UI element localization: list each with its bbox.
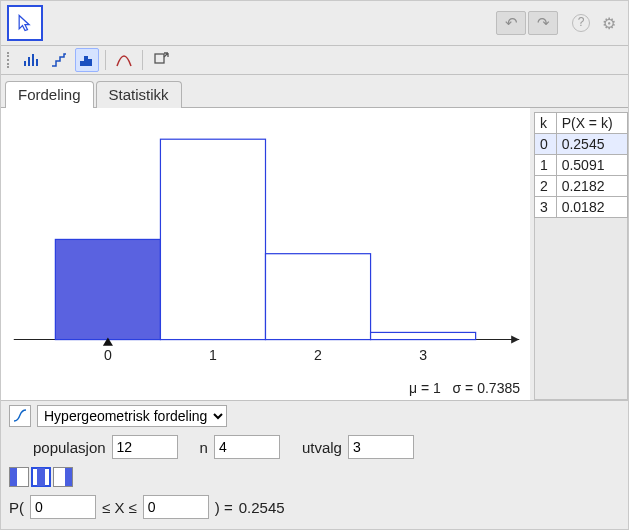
undo-icon: ↶ [505,14,518,32]
normal-overlay-mode[interactable] [112,48,136,72]
table-empty-area [534,218,628,400]
histogram-mode[interactable] [75,48,99,72]
sample-input[interactable] [348,435,414,459]
distribution-graph-icon[interactable] [9,405,31,427]
view-toolbar [1,46,628,75]
lower-bound-input[interactable] [30,495,96,519]
left-interval-button[interactable] [9,467,29,487]
prob-mid: ≤ X ≤ [102,499,137,516]
data-table-region: k P(X = k) 00.254510.509120.218230.0182 [530,108,628,400]
histogram-icon [79,52,95,68]
cell-p: 0.2545 [556,134,627,155]
toolbar-grip[interactable] [7,52,15,68]
mean-label: μ = 1 [409,380,441,396]
titlebar-right: ↶ ↷ ? ⚙ [496,10,622,36]
gear-icon: ⚙ [602,14,616,33]
n-input[interactable] [214,435,280,459]
sigma-label: σ = 0.7385 [453,380,520,396]
interval-mode-group [1,463,628,491]
pointer-tool[interactable] [7,5,43,41]
cdf-icon [13,409,27,423]
prob-suffix: ) = [215,499,233,516]
distribution-select[interactable]: Hypergeometrisk fordeling [37,405,227,427]
col-p-header: P(X = k) [556,113,627,134]
svg-rect-11 [160,139,265,339]
help-button[interactable]: ? [568,10,594,36]
tab-label: Fordeling [18,86,81,103]
svg-rect-15 [371,332,476,339]
tab-statistics[interactable]: Statistikk [96,81,182,108]
svg-text:3: 3 [419,347,427,363]
titlebar-left [7,5,43,41]
tab-bar: Fordeling Statistikk [1,75,628,108]
svg-rect-6 [88,59,92,66]
svg-text:2: 2 [314,347,322,363]
curve-icon [116,52,132,68]
titlebar: ↶ ↷ ? ⚙ [1,1,628,46]
svg-rect-2 [32,54,34,66]
col-k-header: k [535,113,557,134]
bars-icon [23,52,39,68]
prob-prefix: P( [9,499,24,516]
svg-text:1: 1 [209,347,217,363]
param-label-n: n [200,439,208,456]
population-input[interactable] [112,435,178,459]
cursor-icon [15,13,35,33]
redo-icon: ↷ [537,14,550,32]
svg-rect-3 [36,59,38,66]
help-icon: ? [572,14,590,32]
param-label-population: populasjon [33,439,106,456]
bar-chart-mode-1[interactable] [19,48,43,72]
cell-k: 0 [535,134,557,155]
svg-text:0: 0 [104,347,112,363]
cell-p: 0.5091 [556,155,627,176]
app-window: ↶ ↷ ? ⚙ Fordel [0,0,629,530]
undo-button[interactable]: ↶ [496,11,526,35]
pmf-table: k P(X = k) 00.254510.509120.218230.0182 [534,112,628,218]
right-interval-button[interactable] [53,467,73,487]
tab-label: Statistikk [109,86,169,103]
step-icon [51,52,67,68]
svg-rect-13 [266,254,371,340]
upper-bound-input[interactable] [143,495,209,519]
toolbar-separator [105,50,106,70]
export-icon [153,52,169,68]
cell-p: 0.0182 [556,197,627,218]
two-sided-interval-button[interactable] [31,467,51,487]
toolbar-separator-2 [142,50,143,70]
cell-k: 3 [535,197,557,218]
table-row[interactable]: 30.0182 [535,197,628,218]
cell-k: 1 [535,155,557,176]
export-button[interactable] [149,48,173,72]
cell-p: 0.2182 [556,176,627,197]
prob-result: 0.2545 [239,499,285,516]
chart-area[interactable]: 0123 μ = 1 σ = 0.7385 [1,108,530,400]
svg-rect-9 [55,239,160,339]
parameters-panel: Hypergeometrisk fordeling populasjon n u… [1,400,628,529]
param-label-sample: utvalg [302,439,342,456]
svg-rect-4 [80,61,84,66]
tab-distribution[interactable]: Fordeling [5,81,94,108]
redo-button[interactable]: ↷ [528,11,558,35]
table-row[interactable]: 10.5091 [535,155,628,176]
svg-rect-0 [24,61,26,66]
step-mode[interactable] [47,48,71,72]
summary-stats: μ = 1 σ = 0.7385 [409,380,520,396]
svg-rect-7 [155,54,164,63]
cell-k: 2 [535,176,557,197]
svg-rect-5 [84,56,88,66]
settings-button[interactable]: ⚙ [596,10,622,36]
svg-rect-1 [28,57,30,66]
table-row[interactable]: 20.2182 [535,176,628,197]
table-row[interactable]: 00.2545 [535,134,628,155]
histogram-chart: 0123 [1,108,530,400]
tab-panel: 0123 μ = 1 σ = 0.7385 k P(X = k) 00.2545… [1,107,628,400]
